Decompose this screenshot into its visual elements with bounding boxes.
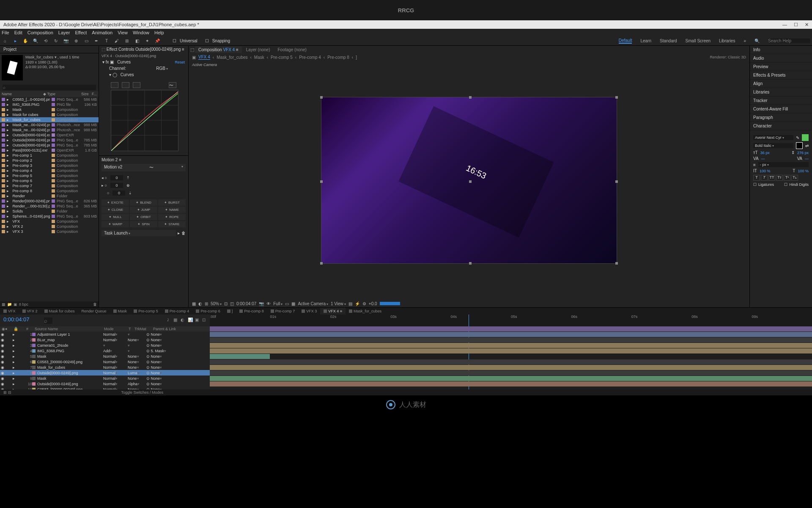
hscale-input[interactable]: 100 % [798,169,809,173]
tl-switches-icon[interactable]: ⊡ [202,318,208,323]
menu-file[interactable]: File [2,30,9,35]
workspace-learn[interactable]: Learn [640,39,651,43]
task-go-button[interactable]: ▸ [178,231,180,235]
breadcrumb-item[interactable]: Mask_for_cubes [217,55,247,60]
effect-controls-tab[interactable]: ⬚ Effect Controls Outside[0000-0249].png… [99,46,188,53]
interpret-icon[interactable]: ▦ [2,302,5,306]
camera-dropdown[interactable]: Active Camera [298,301,328,306]
project-search-input[interactable] [3,85,96,90]
motion-preset-dropdown[interactable]: Motion v2〜 [102,164,186,171]
project-item[interactable]: ▸Pass[0000-0131].exrOpenEXR1.8 GB [0,148,99,153]
eraser-tool-icon[interactable]: ◧ [134,38,140,44]
layer-bar[interactable] [210,381,812,387]
panel-info[interactable]: Info [750,46,812,54]
italic-button[interactable]: T [761,175,768,181]
timeline-tab[interactable]: Pre-comp 6 [192,308,224,315]
home-icon[interactable]: ⌂ [2,38,8,44]
tl-draft3d-icon[interactable]: ▣ [195,318,201,323]
workspace-smallscreen[interactable]: Small Screen [686,39,710,43]
breadcrumb-item[interactable]: Pre-comp 5 [271,55,293,60]
hand-tool-icon[interactable]: ✋ [22,38,29,44]
timeline-column-headers[interactable]: ◉●🔒# Source Name Mode T TrkMat Parent & … [0,326,210,331]
search-icon[interactable]: 🔍 [754,39,760,43]
guides-icon[interactable]: ⊞ [205,301,208,306]
layer-bar[interactable] [210,348,812,353]
swap-colors-icon[interactable]: ⇄ [805,144,809,148]
minimize-button[interactable]: — [782,22,787,28]
playhead[interactable] [469,315,469,326]
motion-spin-button[interactable]: ✦SPIN [130,221,157,227]
character-panel-header[interactable]: Character [750,122,812,130]
menu-composition[interactable]: Composition [27,30,53,35]
project-item[interactable]: ▸Pre-comp 3Composition [0,163,99,168]
project-item[interactable]: ▸C0583_[...0-00249].pngPNG Seq...e586 MB [0,97,99,102]
panel-paragraph[interactable]: Paragraph [750,113,812,122]
menu-animation[interactable]: Animation [92,30,112,35]
reset-button[interactable]: Reset [175,60,185,64]
project-item[interactable]: ▸Pre-comp 6Composition [0,178,99,183]
kerning-input[interactable]: — [761,157,765,161]
new-folder-icon[interactable]: 📁 [7,302,12,306]
task-launch-dropdown[interactable]: Task Launch [102,230,176,236]
task-trash-icon[interactable]: 🗑 [181,231,186,235]
project-item[interactable]: ▸RenderFolder [0,193,99,199]
resolution-dropdown[interactable]: Full [273,301,283,306]
panel-effects---presets[interactable]: Effects & Presets [750,71,812,80]
timeline-tab[interactable]: VFX [0,308,19,315]
timeline-layer-row[interactable]: ◉▸11C0583_[00000-00249].pngNormal▾None▾⊙… [0,387,210,389]
eyedropper-icon[interactable]: ✎ [796,135,799,140]
channel-icon[interactable]: ◫ [230,301,234,306]
timeline-tab[interactable]: VFX 2 [19,308,41,315]
timeline-layer-row[interactable]: ◉▸5MaskNormal▾None▾⊙ None▾ [0,353,210,359]
timeline-layer-row[interactable]: ◉▸8Outside[0000-0249].pngNormal▾Luma▾⊙ N… [0,370,210,375]
tl-frame-blend-icon[interactable]: ▦ [173,318,179,323]
motion-null-button[interactable]: ✦NULL [102,214,129,220]
roto-tool-icon[interactable]: ✦ [144,38,151,44]
curve-smooth-button[interactable] [133,82,140,88]
anchor-top-icon[interactable]: ⇡ [126,176,130,180]
timeline-layer-row[interactable]: ◉▸9MaskNormal▾None▾⊙ None▾ [0,375,210,381]
layer-bar[interactable] [210,365,812,370]
settings-icon[interactable]: ⚙ [362,301,366,306]
layer-bar[interactable] [210,332,812,337]
panel-audio[interactable]: Audio [750,54,812,63]
workspace-standard[interactable]: Standard [660,39,677,43]
orbit-tool-icon[interactable]: ⟲ [42,38,49,44]
bold-button[interactable]: T [753,175,760,181]
project-item[interactable]: ▸Outside[0000-0249].pngPNG Seq...e785 MB [0,138,99,143]
project-item[interactable]: ▸Mask_ne...00-0249].psdPhotosh...nce988 … [0,122,99,127]
motion-orbit-button[interactable]: ✦ORBIT [130,214,157,220]
project-item[interactable]: ▸Mask_ne...00-0249].psdPhotosh...nce988 … [0,127,99,133]
project-column-headers[interactable]: Name ◆ Type Size F... [0,91,99,97]
ligatures-checkbox[interactable]: ☐ [753,182,757,187]
timeline-tab[interactable]: Pre-comp 5 [130,308,162,315]
curve-auto-button[interactable]: 〜 [169,82,176,88]
universal-checkbox[interactable]: ☐ [173,39,176,43]
timeline-tab[interactable]: Pre-comp 4 [162,308,193,315]
viewer-lock-icon[interactable]: ⬚ [190,47,194,52]
project-item[interactable]: ▸IMG_8368.PNGPNG file196 KB [0,102,99,107]
shape-tool-icon[interactable]: ▭ [83,38,90,44]
project-item[interactable]: ▸VFX 2Composition [0,224,99,229]
timeline-tab[interactable]: Mask_for_cubes [346,308,385,315]
timeline-layer-row[interactable]: ◉▸1Adjustment Layer 1Normal▾▾⊙ None▾ [0,331,210,337]
layer-bar[interactable] [210,337,812,342]
tracking-input[interactable]: — [805,157,809,161]
snapping-checkbox[interactable]: ☐ [205,39,209,43]
project-item[interactable]: ▸SolidsFolder [0,209,99,214]
stroke-color-swatch[interactable] [796,142,803,149]
project-panel-tab[interactable]: Project [0,46,99,53]
preview-frame[interactable]: 16:53 [321,97,617,264]
breadcrumb-item[interactable]: Mask [254,55,264,60]
breadcrumb-item[interactable]: Pre-comp 4 [299,55,321,60]
timeline-tab[interactable]: ] [224,308,236,315]
menu-view[interactable]: View [118,30,128,35]
project-item[interactable]: ▸Render_...000-0130].pngPNG Seq...e365 M… [0,204,99,209]
workspace-default[interactable]: Default [619,38,632,44]
panel-align[interactable]: Align [750,80,812,88]
zoom-tool-icon[interactable]: 🔍 [32,38,39,44]
exposure-value[interactable]: +0.0 [369,301,377,306]
panel-preview[interactable]: Preview [750,63,812,71]
motion-val-3[interactable]: 0 [112,190,125,196]
panel-tracker[interactable]: Tracker [750,97,812,105]
